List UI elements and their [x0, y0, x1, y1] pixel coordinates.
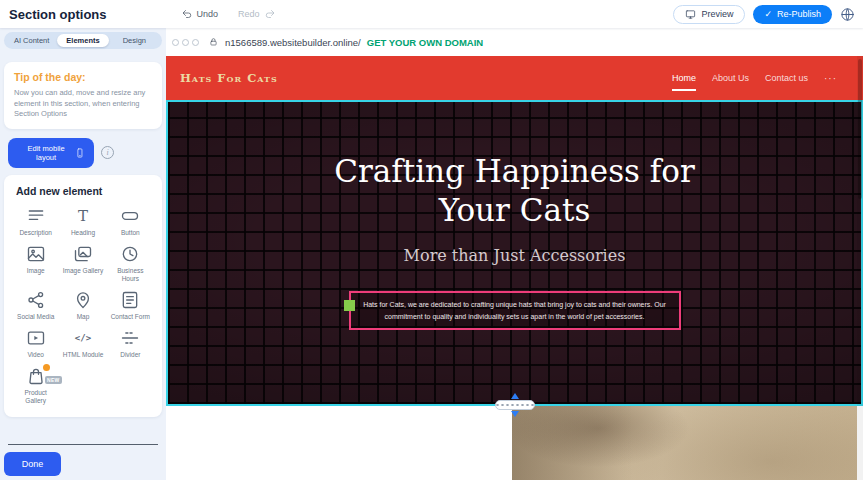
scrollbar-thumb[interactable]	[858, 59, 862, 199]
globe-icon[interactable]	[840, 7, 855, 22]
hero-subheading[interactable]: More than Just Accessories	[404, 246, 626, 265]
sidebar: AI Content Elements Design Tip of the da…	[0, 28, 166, 480]
edit-mobile-label: Edit mobile layout	[17, 144, 75, 162]
element-divider[interactable]: Divider	[107, 328, 154, 359]
main-area: n1566589.websitebuilder.online/ GET YOUR…	[166, 28, 863, 480]
phone-icon	[75, 145, 85, 161]
hero-text-element[interactable]: Hats for Cats, we are dedicated to craft…	[349, 291, 681, 330]
tab-design[interactable]: Design	[109, 34, 160, 47]
next-section-image[interactable]	[512, 406, 857, 480]
notification-dot	[43, 364, 50, 371]
republish-button[interactable]: ✓ Re-Publish	[753, 5, 832, 24]
preview-scrollbar[interactable]	[857, 56, 863, 480]
undo-button[interactable]: Undo	[179, 6, 221, 22]
edit-mobile-row: Edit mobile layout i	[4, 138, 162, 168]
redo-button[interactable]: Redo	[236, 6, 278, 22]
redo-label: Redo	[238, 9, 260, 19]
hero-body-text: Hats for Cats, we are dedicated to craft…	[363, 301, 666, 320]
clock-icon	[120, 244, 140, 264]
divider-line-icon	[120, 328, 140, 348]
nav-item-contact[interactable]: Contact us	[765, 73, 808, 83]
element-video[interactable]: Video	[12, 328, 59, 359]
preview-label: Preview	[701, 9, 733, 19]
lock-icon	[209, 37, 218, 47]
code-brackets-icon: </>	[75, 328, 91, 348]
button-pill-icon	[120, 206, 140, 226]
edit-mobile-layout-button[interactable]: Edit mobile layout	[8, 138, 94, 168]
app-root: Section options Undo Redo Preview	[0, 0, 863, 480]
arrow-down-icon	[511, 411, 519, 417]
element-html-module[interactable]: </> HTML Module	[59, 328, 106, 359]
done-button[interactable]: Done	[4, 452, 61, 476]
text-lines-icon	[26, 206, 46, 226]
new-badge: NEW	[45, 376, 62, 384]
tab-elements[interactable]: Elements	[57, 34, 108, 47]
check-icon: ✓	[764, 9, 772, 19]
element-product-gallery[interactable]: NEW Product Gallery	[12, 366, 59, 405]
share-nodes-icon	[26, 290, 46, 310]
info-icon[interactable]: i	[101, 146, 114, 159]
heading-t-icon: T	[78, 206, 88, 226]
image-icon	[26, 244, 46, 264]
undo-redo-group: Undo Redo	[179, 6, 278, 22]
page-title: Section options	[0, 7, 107, 22]
preview-button[interactable]: Preview	[673, 5, 745, 24]
nav-more-icon[interactable]: ···	[824, 73, 837, 84]
nav-item-home[interactable]: Home	[672, 73, 696, 83]
section-resize-handle[interactable]	[495, 393, 535, 417]
topbar-actions: Preview ✓ Re-Publish	[673, 5, 863, 24]
add-element-panel: Add new element Description T Heading	[4, 175, 162, 418]
next-section	[166, 406, 863, 480]
tab-ai-content[interactable]: AI Content	[6, 34, 57, 47]
undo-arrow-icon	[181, 8, 193, 20]
window-dot-icon	[172, 39, 179, 46]
window-dot-icon	[182, 39, 189, 46]
site-header: Hats For Cats Home About Us Contact us ·…	[166, 56, 863, 100]
sidebar-tabs: AI Content Elements Design	[4, 32, 162, 49]
get-domain-link[interactable]: GET YOUR OWN DOMAIN	[367, 37, 483, 48]
selected-hero-section[interactable]: Crafting Happiness for Your Cats More th…	[166, 100, 863, 406]
tip-title: Tip of the day:	[14, 71, 152, 83]
element-drag-handle[interactable]	[344, 300, 355, 311]
sidebar-divider	[8, 444, 158, 445]
map-pin-icon	[73, 290, 93, 310]
element-map[interactable]: Map	[59, 290, 106, 321]
undo-label: Undo	[197, 9, 219, 19]
hero-heading[interactable]: Crafting Happiness for Your Cats	[330, 152, 700, 230]
site-logo[interactable]: Hats For Cats	[180, 71, 278, 85]
republish-label: Re-Publish	[777, 9, 821, 19]
nav-item-about[interactable]: About Us	[712, 73, 749, 83]
sidebar-bottom: Done	[4, 444, 162, 476]
element-business-hours[interactable]: Business Hours	[107, 244, 154, 283]
element-button[interactable]: Button	[107, 206, 154, 237]
element-grid: Description T Heading Button	[12, 206, 154, 406]
image-gallery-icon	[73, 244, 93, 264]
redo-arrow-icon	[264, 8, 276, 20]
topbar: Section options Undo Redo Preview	[0, 0, 863, 28]
element-description[interactable]: Description	[12, 206, 59, 237]
element-image[interactable]: Image	[12, 244, 59, 283]
monitor-icon	[685, 9, 696, 20]
video-play-icon	[26, 328, 46, 348]
element-social-media[interactable]: Social Media	[12, 290, 59, 321]
resize-handle-dots	[495, 400, 535, 410]
site-preview: Hats For Cats Home About Us Contact us ·…	[166, 56, 863, 480]
site-nav: Home About Us Contact us ···	[672, 73, 837, 84]
browser-bar: n1566589.websitebuilder.online/ GET YOUR…	[166, 28, 863, 56]
tip-card: Tip of the day: Now you can add, move an…	[4, 62, 162, 129]
form-document-icon	[120, 290, 140, 310]
element-image-gallery[interactable]: Image Gallery	[59, 244, 106, 283]
site-url: n1566589.websitebuilder.online/	[225, 37, 361, 48]
add-panel-title: Add new element	[12, 185, 154, 197]
element-contact-form[interactable]: Contact Form	[107, 290, 154, 321]
tip-body: Now you can add, move and resize any ele…	[14, 88, 152, 120]
arrow-up-icon	[511, 393, 519, 399]
window-dot-icon	[192, 39, 199, 46]
element-heading[interactable]: T Heading	[59, 206, 106, 237]
